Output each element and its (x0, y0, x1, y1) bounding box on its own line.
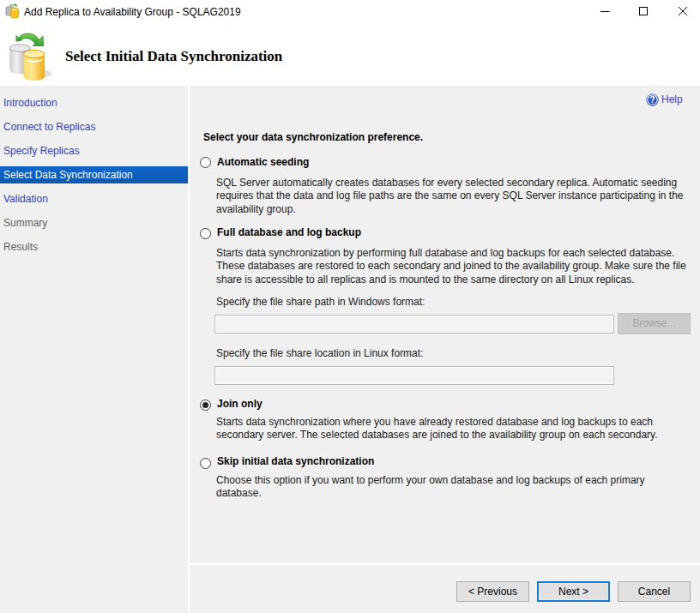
svg-text:?: ? (649, 95, 655, 105)
